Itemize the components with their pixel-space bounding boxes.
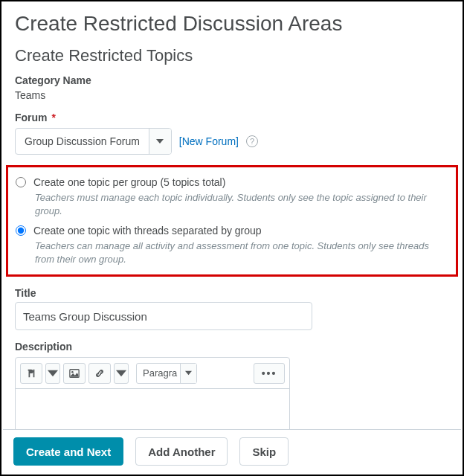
section-title: Create Restricted Topics bbox=[15, 46, 449, 65]
chevron-down-icon bbox=[48, 368, 58, 379]
toolbar-image-button[interactable] bbox=[63, 363, 86, 384]
category-name-label: Category Name bbox=[15, 74, 449, 86]
editor-toolbar: Paragra ••• bbox=[16, 358, 289, 389]
forum-label: Forum * bbox=[15, 112, 449, 123]
radio-per-group[interactable] bbox=[16, 177, 26, 187]
new-forum-link[interactable]: [New Forum] bbox=[179, 135, 239, 147]
skip-button[interactable]: Skip bbox=[239, 437, 289, 466]
radio-threads-by-group-row[interactable]: Create one topic with threads separated … bbox=[16, 225, 448, 237]
chevron-down-icon bbox=[116, 368, 126, 379]
toolbar-style-select[interactable]: Paragra bbox=[136, 363, 197, 384]
toolbar-more-button[interactable]: ••• bbox=[254, 363, 285, 384]
svg-point-1 bbox=[71, 371, 74, 373]
forum-label-text: Forum bbox=[15, 112, 48, 123]
title-label: Title bbox=[15, 287, 449, 299]
radio-per-group-hint: Teachers must manage each topic individu… bbox=[35, 191, 448, 217]
toolbar-link-dropdown[interactable] bbox=[114, 363, 129, 384]
toolbar-paragraph-toggle-button[interactable] bbox=[20, 363, 42, 384]
paragraph-icon bbox=[26, 368, 36, 379]
radio-per-group-label: Create one topic per group (5 topics tot… bbox=[33, 176, 225, 188]
toolbar-style-dropdown-button[interactable] bbox=[180, 364, 196, 383]
image-icon bbox=[69, 368, 80, 379]
toolbar-link-button[interactable] bbox=[88, 363, 111, 384]
title-block: Title bbox=[15, 287, 449, 330]
radio-threads-by-group[interactable] bbox=[16, 225, 26, 236]
category-name-block: Category Name Teams bbox=[15, 74, 449, 101]
title-input[interactable] bbox=[15, 302, 312, 330]
topic-mode-highlight: Create one topic per group (5 topics tot… bbox=[6, 165, 458, 277]
radio-per-group-row[interactable]: Create one topic per group (5 topics tot… bbox=[16, 176, 448, 188]
link-icon bbox=[94, 368, 105, 379]
forum-block: Forum * Group Discussion Forum [New Foru… bbox=[15, 112, 449, 155]
page-container: Create Restricted Discussion Areas Creat… bbox=[0, 0, 464, 476]
page-title: Create Restricted Discussion Areas bbox=[15, 12, 449, 36]
chevron-down-icon bbox=[156, 138, 164, 145]
category-name-value: Teams bbox=[15, 89, 45, 101]
required-asterisk: * bbox=[51, 112, 55, 123]
chevron-down-icon bbox=[185, 370, 192, 376]
toolbar-paragraph-dropdown[interactable] bbox=[45, 363, 60, 384]
forum-select-dropdown-button[interactable] bbox=[149, 129, 171, 154]
add-another-button[interactable]: Add Another bbox=[135, 437, 228, 466]
footer-actions: Create and Next Add Another Skip bbox=[3, 429, 461, 473]
radio-threads-by-group-label: Create one topic with threads separated … bbox=[33, 225, 262, 237]
radio-threads-by-group-hint: Teachers can manage all activity and ass… bbox=[35, 239, 448, 266]
forum-select[interactable]: Group Discussion Forum bbox=[15, 128, 172, 155]
forum-select-value: Group Discussion Forum bbox=[16, 129, 149, 154]
create-and-next-button[interactable]: Create and Next bbox=[13, 437, 123, 466]
toolbar-style-value: Paragra bbox=[137, 364, 180, 383]
help-icon[interactable]: ? bbox=[246, 135, 258, 147]
description-label: Description bbox=[15, 341, 449, 353]
